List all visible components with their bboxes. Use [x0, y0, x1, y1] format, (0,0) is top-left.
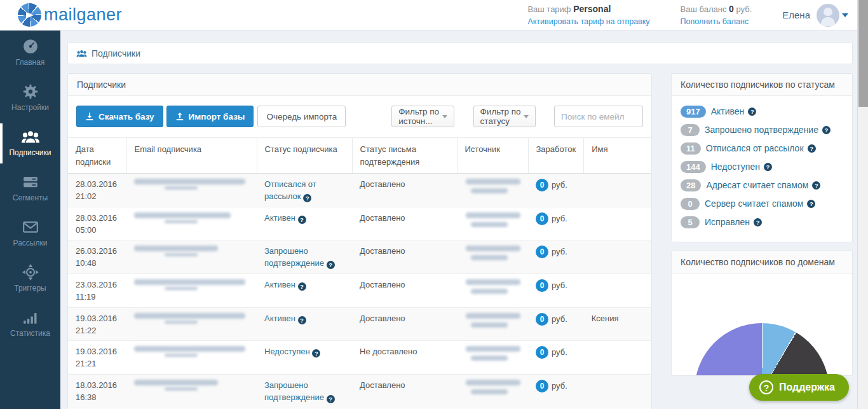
avatar: [817, 4, 839, 27]
status-row-fixed: 5 Исправлен ?: [681, 215, 843, 229]
import-queue-button[interactable]: Очередь импорта: [257, 106, 346, 127]
count-badge: 28: [681, 179, 701, 191]
help-icon[interactable]: ?: [748, 107, 756, 116]
status-row-confirmation: 7 Запрошено подтверждение ?: [681, 123, 843, 137]
sidebar-item-statistics[interactable]: Статистика: [0, 302, 60, 347]
chevron-down-icon: [842, 13, 848, 17]
sidebar: Главная Настройки Подписчики Сегменты: [0, 31, 60, 409]
balance-block: Ваш баланс 0 руб. Пополнить баланс: [681, 3, 752, 27]
download-base-button[interactable]: Скачать базу: [76, 106, 163, 127]
help-icon[interactable]: ?: [808, 144, 816, 153]
top-up-balance-link[interactable]: Пополнить баланс: [681, 16, 752, 27]
table-row: 28.03.201605:00 Активен ? Доставлено 0ру…: [68, 207, 651, 240]
domains-pie-chart: [695, 323, 829, 376]
tariff-label: Ваш тариф: [527, 4, 571, 14]
filter-source-select[interactable]: Фильтр по источн...: [391, 106, 454, 127]
table-row: 28.03.201621:02 Отписался от рассылок ? …: [68, 174, 651, 207]
status-row-recipient-spam: 28 Адресат считает спамом ?: [681, 178, 843, 192]
earnings-badge: 0: [536, 179, 548, 191]
redacted-email: [134, 212, 231, 218]
tariff-value: Personal: [573, 4, 611, 14]
help-icon[interactable]: ?: [303, 194, 311, 202]
sidebar-item-triggers[interactable]: Триггеры: [0, 256, 60, 302]
chevron-down-icon: [442, 115, 447, 118]
col-delivery: Статус письма подтверждения: [352, 138, 457, 174]
redacted-email: [134, 279, 245, 285]
redacted-email: [134, 380, 218, 385]
redacted-source: [466, 179, 520, 184]
count-badge: 7: [681, 124, 700, 136]
search-email-input[interactable]: [554, 106, 643, 127]
redacted-email: [134, 313, 245, 319]
sidebar-item-segments[interactable]: Сегменты: [0, 166, 60, 211]
sidebar-item-settings[interactable]: Настройки: [0, 76, 60, 121]
top-header: mailganer Ваш тариф Personal Активироват…: [0, 0, 857, 31]
panel-title: Подписчики: [68, 74, 651, 96]
upload-icon: [175, 112, 184, 121]
stats-icon: [22, 309, 39, 326]
redacted-email: [134, 346, 245, 352]
col-email: Email подписчика: [126, 138, 257, 174]
sidebar-item-home[interactable]: Главная: [0, 31, 60, 76]
filter-status-select[interactable]: Фильтр по статусу: [473, 106, 536, 127]
logo-pinwheel-icon: [18, 3, 41, 27]
sidebar-item-subscribers[interactable]: Подписчики: [0, 121, 60, 166]
count-badge: 11: [681, 142, 701, 155]
help-icon[interactable]: ?: [327, 261, 335, 269]
help-icon[interactable]: ?: [764, 163, 772, 171]
table-row: 19.03.201621:21 Недоступен ? Не доставле…: [68, 341, 651, 375]
count-badge: 144: [681, 161, 706, 173]
status-row-server-spam: 0 Сервер считает спамом ?: [681, 197, 843, 211]
help-icon[interactable]: ?: [298, 316, 306, 324]
scrollbar-thumb[interactable]: [858, 0, 868, 107]
logo-text: mailganer: [44, 5, 122, 25]
subscribers-panel: Подписчики Скачать базу Импорт базы: [67, 73, 652, 409]
help-icon[interactable]: ?: [807, 200, 815, 208]
help-icon[interactable]: ?: [754, 218, 762, 226]
redacted-source: [466, 279, 520, 285]
help-icon[interactable]: ?: [298, 216, 306, 224]
domains-panel-title: Количество подписчиков по доменам: [672, 251, 852, 274]
mailganer-logo[interactable]: mailganer: [18, 3, 122, 27]
help-icon[interactable]: ?: [298, 282, 306, 291]
users-icon: [76, 49, 87, 58]
help-icon[interactable]: ?: [812, 181, 820, 190]
support-button[interactable]: ? Поддержка: [749, 374, 849, 401]
earnings-badge: 0: [536, 212, 548, 225]
statuses-panel-title: Количество подписчиков по статусам: [672, 74, 852, 96]
segments-icon: [22, 174, 39, 190]
col-date: Дата подписки: [68, 138, 126, 174]
chevron-down-icon: [524, 115, 529, 118]
col-earnings: Заработок: [528, 138, 584, 174]
page-scrollbar: [857, 0, 868, 409]
user-menu[interactable]: Елена: [782, 4, 848, 27]
status-row-active: 917 Активен ?: [681, 104, 843, 118]
tariff-block: Ваш тариф Personal Активировать тариф на…: [527, 3, 649, 27]
help-icon[interactable]: ?: [312, 349, 320, 357]
earnings-badge: 0: [536, 380, 548, 392]
activate-tariff-link[interactable]: Активировать тариф на отправку: [527, 16, 649, 27]
col-source: Источник: [457, 138, 528, 174]
earnings-badge: 0: [536, 346, 548, 359]
dashboard-icon: [22, 38, 39, 55]
subscribers-table: Дата подписки Email подписчика Статус по…: [68, 137, 651, 409]
user-name: Елена: [782, 10, 810, 20]
question-circle-icon: ?: [759, 380, 773, 394]
help-icon[interactable]: ?: [822, 126, 831, 134]
table-row: 23.03.201611:19 Активен ? Доставлено 0ру…: [68, 274, 651, 308]
table-header-row: Дата подписки Email подписчика Статус по…: [68, 138, 651, 174]
users-icon: [21, 128, 40, 145]
balance-currency: руб.: [736, 4, 752, 14]
breadcrumb-item-subscribers[interactable]: Подписчики: [92, 48, 140, 59]
col-name: Имя: [584, 138, 651, 174]
count-badge: 917: [681, 106, 706, 118]
count-badge: 0: [681, 198, 700, 210]
sidebar-item-campaigns[interactable]: Рассылки: [0, 211, 60, 256]
table-row: 26.03.201610:48 Запрошено подтверждение …: [68, 240, 651, 274]
earnings-badge: 0: [536, 279, 548, 292]
import-base-button[interactable]: Импорт базы: [166, 106, 254, 127]
col-status: Статус подписчика: [257, 138, 352, 174]
help-icon[interactable]: ?: [327, 395, 335, 403]
trigger-icon: [22, 264, 39, 281]
table-row: 19.03.201621:22 Активен ? Доставлено 0ру…: [68, 307, 651, 341]
